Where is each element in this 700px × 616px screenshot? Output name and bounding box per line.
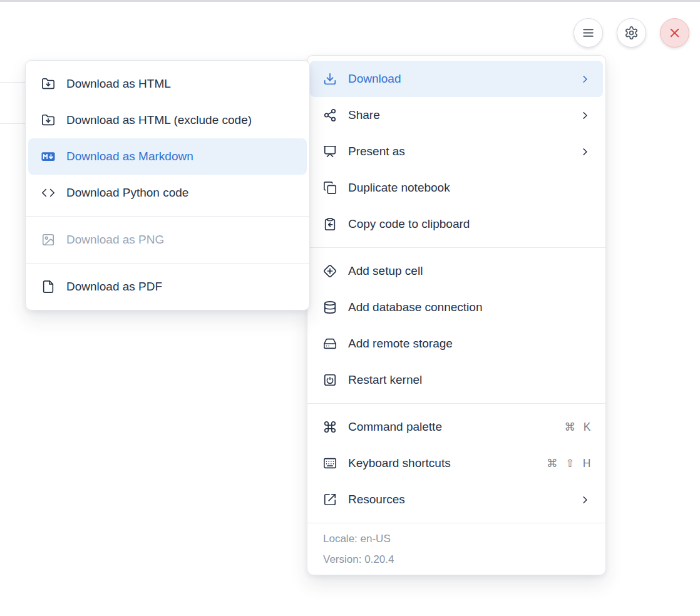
image-icon (41, 233, 55, 247)
hard-drive-icon (323, 337, 337, 351)
command-icon (323, 420, 337, 434)
presentation-icon (323, 145, 337, 158)
menu-item-present-as[interactable]: Present as (310, 133, 603, 170)
menu-item-label: Restart kernel (348, 373, 591, 387)
menu-item-resources[interactable]: Resources (310, 481, 603, 518)
shortcut-hint: ⌘ K (564, 421, 591, 434)
shutdown-button[interactable] (660, 18, 689, 48)
menu-item-add-database-connection[interactable]: Add database connection (310, 289, 603, 326)
shortcut-hint: ⌘ ⇧ H (547, 457, 591, 470)
menu-item-add-setup-cell[interactable]: Add setup cell (310, 253, 603, 289)
menu-item-label: Download as PNG (66, 233, 295, 247)
background-cell-border (0, 123, 28, 124)
settings-button[interactable] (617, 18, 646, 48)
chevron-right-icon (579, 146, 591, 158)
menu-item-label: Download as PDF (66, 280, 295, 294)
locale-text: Locale: en-US (323, 528, 590, 549)
notebook-actions-menu: DownloadSharePresent asDuplicate noteboo… (307, 55, 606, 575)
notebook-toolbar (574, 18, 689, 48)
share-icon (323, 108, 337, 122)
copy-icon (323, 181, 337, 195)
folder-down-icon (41, 77, 55, 91)
menu-item-label: Download as HTML (66, 77, 295, 91)
clipboard-copy-icon (323, 217, 337, 231)
menu-divider (26, 263, 309, 264)
menu-item-label: Add database connection (348, 300, 591, 314)
menu-item-download[interactable]: Download (310, 61, 603, 97)
menu-item-label: Download as HTML (exclude code) (66, 113, 295, 127)
close-icon (667, 26, 682, 40)
menu-item-share[interactable]: Share (310, 97, 603, 133)
database-icon (323, 300, 337, 314)
external-link-icon (323, 493, 337, 506)
background-cell-border (0, 82, 28, 83)
menu-item-download-as-html-exclude-code[interactable]: Download as HTML (exclude code) (28, 102, 307, 138)
hamburger-icon (581, 26, 595, 40)
code-icon (41, 186, 55, 200)
menu-item-command-palette[interactable]: Command palette⌘ K (310, 409, 603, 445)
menu-item-label: Download as Markdown (66, 150, 295, 163)
menu-item-duplicate-notebook[interactable]: Duplicate notebook (310, 170, 603, 206)
menu-divider (307, 403, 605, 404)
menu-item-label: Copy code to clipboard (348, 217, 591, 231)
menu-divider (26, 216, 309, 217)
menu-item-download-as-png: Download as PNG (28, 222, 307, 258)
menu-item-label: Duplicate notebook (348, 181, 591, 195)
download-submenu: Download as HTMLDownload as HTML (exclud… (25, 60, 310, 311)
menu-item-label: Present as (348, 145, 568, 158)
file-icon (41, 280, 55, 294)
menu-item-label: Keyboard shortcuts (348, 456, 535, 470)
menu-item-download-python-code[interactable]: Download Python code (28, 175, 307, 211)
menu-item-label: Download (348, 72, 568, 86)
gear-icon (624, 26, 639, 40)
menu-item-restart-kernel[interactable]: Restart kernel (310, 362, 603, 398)
power-icon (323, 373, 337, 387)
menu-item-download-as-pdf[interactable]: Download as PDF (28, 269, 307, 305)
menu-item-add-remote-storage[interactable]: Add remote storage (310, 326, 603, 362)
menu-item-copy-code-to-clipboard[interactable]: Copy code to clipboard (310, 206, 603, 242)
window-top-border (0, 0, 700, 2)
menu-item-download-as-markdown[interactable]: Download as Markdown (28, 138, 307, 175)
menu-item-label: Download Python code (66, 186, 295, 200)
menu-footer: Locale: en-USVersion: 0.20.4 (307, 523, 605, 570)
download-icon (323, 72, 337, 86)
keyboard-icon (323, 456, 337, 470)
menu-item-label: Add setup cell (348, 264, 591, 278)
menu-item-label: Command palette (348, 420, 553, 434)
version-text: Version: 0.20.4 (323, 549, 590, 570)
menu-item-label: Share (348, 108, 568, 122)
diamond-plus-icon (323, 264, 337, 278)
folder-down-icon (41, 113, 55, 127)
chevron-right-icon (579, 110, 591, 121)
chevron-right-icon (579, 73, 591, 85)
menu-item-download-as-html[interactable]: Download as HTML (28, 66, 307, 102)
menu-divider (307, 247, 605, 248)
menu-item-label: Add remote storage (348, 337, 591, 351)
notebook-menu-button[interactable] (574, 18, 603, 48)
menu-item-label: Resources (348, 493, 568, 506)
markdown-icon (41, 150, 55, 163)
menu-item-keyboard-shortcuts[interactable]: Keyboard shortcuts⌘ ⇧ H (310, 445, 603, 481)
chevron-right-icon (579, 494, 591, 506)
